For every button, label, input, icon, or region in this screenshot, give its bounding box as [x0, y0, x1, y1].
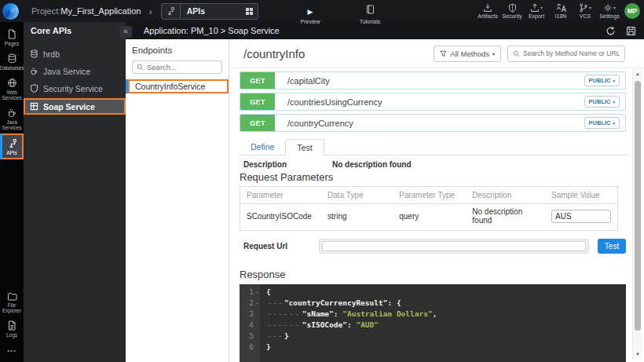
- wavemaker-studio-window: Project:My_First_Application › APIs ▶ Pr…: [0, 0, 644, 362]
- sidebar-item-file-explorer[interactable]: File Explorer: [0, 287, 24, 316]
- user-avatar[interactable]: MP: [624, 3, 640, 19]
- param-name-cell: SCountryISOCode: [240, 204, 322, 231]
- grid-icon[interactable]: [246, 8, 253, 15]
- sidebar-item-databases[interactable]: Databases: [0, 49, 24, 74]
- tab-apis-label: APIs: [181, 6, 246, 16]
- preview-button[interactable]: ▶ Preview: [297, 3, 324, 24]
- caret-down-icon: ▾: [492, 51, 495, 57]
- top-bar-actions: Artifacts Security ▾: [477, 2, 620, 19]
- test-button[interactable]: Test: [598, 239, 626, 254]
- method-search-input[interactable]: [523, 49, 620, 57]
- shield-icon: [30, 84, 38, 93]
- folder-icon: [7, 291, 17, 301]
- caret-down-icon: ▾: [613, 100, 615, 104]
- request-url-label: Request Url: [243, 242, 319, 250]
- vcs-label: VCS: [574, 13, 596, 19]
- top-bar: Project:My_First_Application › APIs ▶ Pr…: [0, 0, 644, 22]
- vcs-button[interactable]: ▾ VCS: [574, 2, 596, 19]
- param-description-cell: No description found: [466, 204, 545, 231]
- scroll-up-arrow[interactable]: ▲: [633, 69, 642, 79]
- access-dropdown[interactable]: PUBLIC ▾: [584, 75, 620, 86]
- core-api-item-hrdb[interactable]: hrdb: [24, 46, 126, 61]
- more-options-button[interactable]: •••: [0, 341, 24, 362]
- settings-button[interactable]: ▾ Settings: [598, 2, 620, 19]
- download-icon: [477, 2, 499, 13]
- app-logo-icon[interactable]: [2, 3, 19, 20]
- soap-grid-icon: [30, 102, 38, 111]
- method-row-capitalcity[interactable]: GET /capitalCity PUBLIC ▾: [240, 71, 626, 90]
- api-icon: [162, 4, 181, 19]
- sidebar-item-apis[interactable]: APIs: [0, 133, 24, 159]
- search-icon: [513, 50, 520, 57]
- search-icon: [137, 64, 144, 71]
- caret-down-icon: ▾: [613, 79, 615, 83]
- request-parameters-table: Parameter Data Type Parameter Type Descr…: [240, 186, 618, 231]
- translate-icon: [550, 2, 572, 13]
- endpoints-search-input[interactable]: [147, 63, 218, 71]
- sidebar-item-web-services[interactable]: Web Services: [0, 74, 24, 104]
- scroll-down-arrow[interactable]: ▼: [633, 349, 642, 359]
- method-search[interactable]: [507, 46, 625, 62]
- request-url-field-wrap: [319, 239, 589, 254]
- database-icon: [30, 49, 38, 58]
- artifacts-label: Artifacts: [477, 13, 499, 19]
- caret-down-icon: ▾: [613, 121, 615, 126]
- description-value: No description found: [332, 160, 412, 169]
- tab-define[interactable]: Define: [240, 139, 285, 155]
- project-name: Project:My_First_Application: [31, 6, 141, 16]
- i18n-button[interactable]: I18N: [550, 2, 572, 19]
- response-editor[interactable]: 1- 2- 3 4 5 6 { "countryCurrencyResult":…: [240, 284, 626, 362]
- sample-value-input[interactable]: [551, 210, 611, 223]
- security-button[interactable]: Security: [501, 2, 523, 19]
- sidebar-item-java-services[interactable]: Java Services: [0, 104, 24, 133]
- access-dropdown[interactable]: PUBLIC ▾: [584, 96, 620, 108]
- method-detail-tabs: Define Test: [240, 139, 626, 155]
- tutorials-label: Tutorials: [355, 19, 385, 24]
- artifacts-button[interactable]: Artifacts: [477, 2, 499, 19]
- log-file-icon: [7, 320, 16, 331]
- application-bar: Application: PM_10 > Soap Service: [126, 22, 644, 39]
- core-apis-header: Core APIs: [24, 22, 126, 39]
- tab-test[interactable]: Test: [285, 139, 324, 155]
- core-apis-panel: Core APIs hrdb: [24, 22, 126, 362]
- fold-icon[interactable]: -: [254, 298, 260, 309]
- method-path: /capitalCity: [287, 76, 584, 86]
- caret-down-icon: ▾: [613, 5, 616, 10]
- security-label: Security: [501, 13, 523, 19]
- project-prefix-label: Project:: [31, 6, 60, 16]
- table-row: SCountryISOCode string query No descript…: [240, 204, 618, 231]
- request-url-row: Request Url Test: [243, 239, 626, 254]
- method-row-countriesusingcurrency[interactable]: GET /countriesUsingCurrency PUBLIC ▾: [240, 93, 626, 111]
- core-api-item-soap-service[interactable]: Soap Service: [24, 98, 126, 115]
- filter-icon: [440, 50, 447, 57]
- caret-down-icon: ▾: [589, 5, 591, 10]
- http-verb-badge: GET: [240, 72, 275, 89]
- scrollbar-thumb[interactable]: [635, 81, 641, 331]
- sidebar-item-logs[interactable]: Logs: [0, 316, 24, 341]
- tutorials-button[interactable]: Tutorials: [355, 3, 385, 24]
- table-header-row: Parameter Data Type Parameter Type Descr…: [240, 187, 618, 204]
- active-indicator: [0, 133, 2, 159]
- endpoints-search[interactable]: [132, 60, 222, 74]
- methods-filter-dropdown[interactable]: All Methods ▾: [434, 46, 501, 62]
- endpoint-item-countryinfoservice[interactable]: CountryInfoService: [126, 79, 229, 93]
- core-api-item-security-service[interactable]: Security Service: [24, 81, 126, 96]
- project-name-label: My_First_Application: [60, 6, 141, 16]
- tab-apis[interactable]: APIs: [161, 3, 258, 20]
- request-url-input[interactable]: [322, 241, 586, 251]
- save-icon[interactable]: [626, 26, 636, 36]
- fold-icon[interactable]: -: [254, 287, 260, 298]
- refresh-icon[interactable]: [606, 26, 616, 36]
- export-button[interactable]: ▾ Export: [525, 2, 547, 19]
- service-path-title: /countryInfo: [243, 47, 434, 60]
- shield-icon: [501, 2, 523, 13]
- data-type-cell: string: [321, 204, 393, 231]
- collapse-panel-button[interactable]: «: [119, 26, 132, 38]
- core-api-item-java-service[interactable]: Java Service: [24, 64, 126, 79]
- method-row-countrycurrency[interactable]: GET /countryCurrency PUBLIC ▾: [240, 114, 626, 132]
- access-dropdown[interactable]: PUBLIC ▾: [584, 117, 620, 129]
- main-scrollbar[interactable]: ▲ ▼: [632, 69, 642, 359]
- sidebar-item-pages[interactable]: Pages: [0, 25, 24, 49]
- editor-gutter: 1- 2- 3 4 5 6: [240, 284, 260, 362]
- response-title: Response: [240, 269, 626, 280]
